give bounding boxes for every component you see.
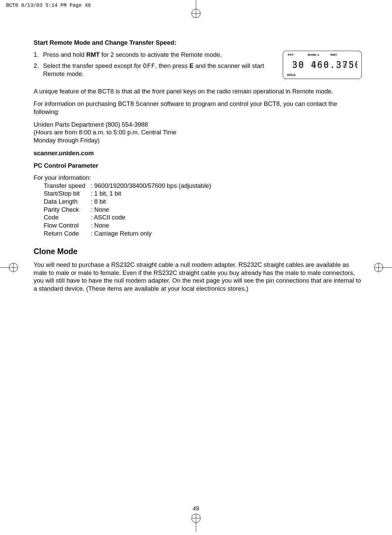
contact-line: (Hours are from 8:00 a.m. to 5:00 p.m. C… xyxy=(34,128,362,136)
info-row: Transfer speed: 9600/19200/38400/57600 b… xyxy=(44,182,362,190)
list-item: 2. Select the transfer speed except for … xyxy=(34,62,276,78)
info-intro: For your information: xyxy=(34,174,362,182)
step-text: Select the transfer speed except for OFF… xyxy=(43,62,276,78)
info-value: : ASCII code xyxy=(91,213,125,221)
step-number: 1. xyxy=(34,51,43,59)
lcd-display: PVT BANK 1 RMT 88 888.8888 30 460.3750 H… xyxy=(283,51,362,79)
page-content: Start Remote Mode and Change Transfer Sp… xyxy=(34,39,362,297)
svg-text:30 460.3750: 30 460.3750 xyxy=(292,60,357,70)
main-heading: Clone Mode xyxy=(34,247,362,256)
info-value: : None xyxy=(91,221,109,230)
contact-block: Uniden Parts Department (800) 554-3988 (… xyxy=(34,121,362,145)
crop-mark-icon xyxy=(372,257,392,278)
info-value: : 8 bit xyxy=(91,198,106,206)
lcd-hold-label: HOLD xyxy=(287,73,357,77)
contact-line: Uniden Parts Department (800) 554-3988 xyxy=(34,121,362,129)
list-item: 1. Press and hold RMT for 2 seconds to a… xyxy=(34,51,276,59)
crop-mark-icon xyxy=(186,0,206,20)
filename-line: BCT8 8/13/03 5:14 PM Page 49 xyxy=(6,3,91,8)
paragraph: For information on purchasing BCT8 Scann… xyxy=(34,100,362,116)
info-row: Parity Check: None xyxy=(44,206,362,214)
info-value: : 1 bit, 1 bit xyxy=(91,190,121,198)
info-label: Return Code xyxy=(44,230,91,238)
lead-row: 1. Press and hold RMT for 2 seconds to a… xyxy=(34,51,362,83)
lcd-frequency-row: 88 888.8888 30 460.3750 xyxy=(287,60,357,71)
paragraph: A unique feature of the BCT8 is that all… xyxy=(34,87,362,95)
lcd-bank-label: BANK 1 xyxy=(308,53,319,57)
lead-text: 1. Press and hold RMT for 2 seconds to a… xyxy=(34,51,276,83)
info-label: Transfer speed xyxy=(44,182,91,190)
paragraph: You will need to purchase a RS232C strai… xyxy=(34,261,362,293)
step-text: Press and hold RMT for 2 seconds to acti… xyxy=(43,51,222,59)
info-value: : 9600/19200/38400/57600 bps (adjustable… xyxy=(91,182,211,190)
contact-line: Monday through Friday) xyxy=(34,136,362,145)
info-row: Flow Control: None xyxy=(44,221,362,230)
step-number: 2. xyxy=(34,62,43,78)
info-row: Data Length: 8 bit xyxy=(44,198,362,206)
seven-segment-text: OFF xyxy=(143,62,155,69)
info-label: Start/Stop bit xyxy=(44,190,91,198)
crop-mark-icon xyxy=(0,257,20,278)
lcd-rmt-label: RMT xyxy=(330,53,337,57)
section-heading: Start Remote Mode and Change Transfer Sp… xyxy=(34,39,362,47)
page-number: 49 xyxy=(193,505,199,512)
crop-mark-icon xyxy=(186,511,206,532)
info-value: : None xyxy=(91,206,109,214)
info-row: Code: ASCII code xyxy=(44,213,362,221)
seven-segment-icon: 88 888.8888 30 460.3750 xyxy=(287,60,357,71)
info-label: Code xyxy=(44,213,91,221)
info-value: : Carriage Return only xyxy=(91,230,152,238)
lcd-top-row: PVT BANK 1 RMT xyxy=(287,53,357,57)
info-row: Start/Stop bit: 1 bit, 1 bit xyxy=(44,190,362,198)
section-heading: PC Control Parameter xyxy=(34,162,362,170)
info-row: Return Code: Carriage Return only xyxy=(44,230,362,238)
info-label: Parity Check xyxy=(44,206,91,214)
step-list: 1. Press and hold RMT for 2 seconds to a… xyxy=(34,51,276,78)
info-label: Data Length xyxy=(44,198,91,206)
lcd-pvt-label: PVT xyxy=(288,53,294,57)
url-text: scanner.uniden.com xyxy=(34,149,362,157)
info-block: Transfer speed: 9600/19200/38400/57600 b… xyxy=(34,182,362,238)
info-label: Flow Control xyxy=(44,221,91,230)
